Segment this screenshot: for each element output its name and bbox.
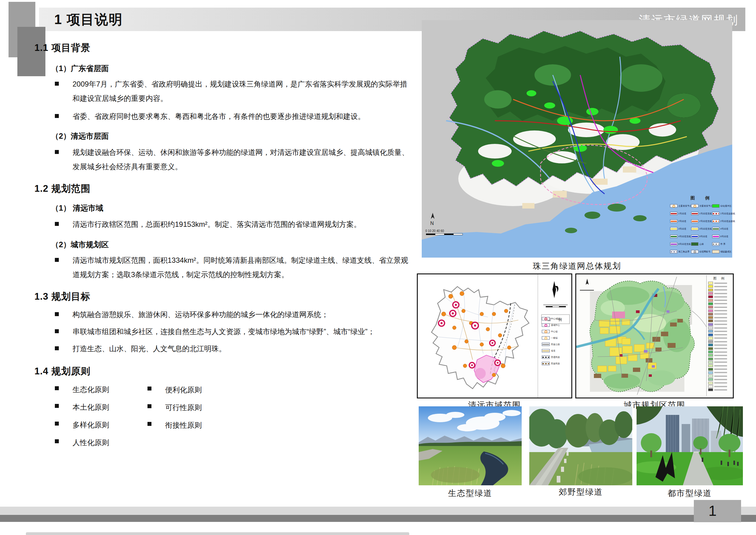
legend-text-placeholder [714,296,727,297]
bullet-s12-2: 清远市城市规划区范围，面积1334km²。同时统筹清新县南部区域。制定绿道主线、… [72,253,410,282]
landuse-legend-row [707,319,733,323]
landuse-swatch-icon [708,282,713,284]
legend-label: 县城中心 [551,324,560,326]
landuse-swatch-icon [708,333,713,336]
legend-row: 山体 [691,240,712,248]
landuse-legend-row [707,357,733,361]
legend-text-placeholder [714,303,727,304]
bullet-text: 清远市城市规划区范围，面积1334km²。同时统筹清新县南部区域。制定绿道主线、… [72,256,408,279]
footer-bar-dark [0,515,756,522]
legend-label: 1号绿道支线 [699,212,712,215]
section-1-2-title: 1.2 规划范围 [35,182,91,195]
legend-label: 6号绿道 [720,235,728,238]
legend-text-placeholder [714,337,727,339]
principle-eco: 生态化原则 [72,385,109,394]
dash-swatch-icon [542,362,550,365]
principle-human: 人性化原则 [72,438,109,447]
landuse-legend-row [707,350,733,353]
bullet-s11-1: 2009年7月，广东省委、省政府明确提出，规划建设珠三角绿道网，是广东省落实科学… [72,77,410,105]
legend-text-placeholder [714,300,727,301]
legend-row: 一般镇 [542,335,572,341]
legend-label: 次要发展节点 [699,204,713,207]
line-swatch-icon [691,219,698,223]
legend-label: 4号绿道支线 [678,235,691,238]
legend-row: 3号绿道支线 [691,225,712,233]
legend-row: 珠三角边界 [670,248,691,255]
bullet-icon [148,404,151,408]
legend-row: 6号绿道 [712,233,733,240]
legend-text-placeholder [714,307,727,308]
prd-map-caption: 珠三角绿道网总体规划 [422,261,732,271]
legend-title: 图 例 [707,276,733,281]
legend-text-placeholder [714,361,727,363]
legend-row: 4号绿道支线 [670,233,691,240]
point-swatch-icon [542,336,550,340]
landuse-legend-row [707,281,733,285]
legend-label: 山体 [699,242,704,245]
fill-swatch-icon [712,204,719,208]
landuse-legend-row [707,329,733,333]
legend-label: 市 界 [720,242,725,245]
landuse-swatch-icon [708,309,713,312]
legend-row: 中心城区 [542,316,572,322]
dash-swatch-icon [670,250,677,253]
landuse-swatch-icon [708,375,713,378]
bullet-icon [55,386,59,390]
bullet-icon [55,422,59,426]
legend-text-placeholder [714,345,727,346]
legend-column: 主要发展节点1号绿道2号绿道3号绿道4号绿道支线6号绿道支线珠三角边界 [670,202,691,255]
landuse-legend-row [707,323,733,326]
prd-map-legend: 图 例 主要发展节点1号绿道2号绿道3号绿道4号绿道支线6号绿道支线珠三角边界 … [670,195,733,256]
bullet-icon [55,312,59,316]
bullet-icon [55,150,59,154]
legend-label: 1号绿道 [678,212,686,215]
bullet-text: 2009年7月，广东省委、省政府明确提出，规划建设珠三角绿道网，是广东省落实科学… [72,80,407,102]
bullet-icon [55,329,59,333]
legend-row: 县城中心 [542,322,572,328]
bullet-s13-1: 构筑融合游憩娱乐、旅游休闲、运动环保多种功能的城乡一体化的绿道网系统； [72,307,410,322]
legend-text-placeholder [714,379,727,380]
bullet-text: 清远市行政辖区范围，总面积约19153km²。制定、落实清远市范围的省绿道网规划… [72,220,361,228]
line-swatch-icon [670,235,677,238]
landuse-legend-row [707,385,733,388]
bullet-icon [55,114,59,118]
legend-row: 市 界 [712,240,733,248]
legend-text-placeholder [714,321,727,322]
point-swatch-icon [542,324,550,327]
legend-label: 中心镇 [551,330,558,333]
landuse-legend-row [707,378,733,381]
landuse-swatch-icon [708,347,713,350]
legend-label: 2号绿道 [678,219,686,223]
landuse-legend-row [707,285,733,288]
legend-label: 珠三角边界 [678,250,689,253]
principle-text: 本土化原则 [72,403,109,411]
legend-column: 次要发展节点1号绿道支线2号绿道支线3号绿道支线5号绿道山体1绿道网标号 [691,202,712,255]
legend-row: 高速铁路 [542,360,572,367]
bottom-strip [26,532,409,535]
landuse-legend-row [707,381,733,385]
landuse-swatch-icon [708,316,713,319]
legend-row: 5号绿道 [691,233,712,240]
photo-eco-greenway [419,406,522,485]
legend-title: 图 例 [670,195,733,201]
landuse-legend-row [707,340,733,343]
legend-text-placeholder [714,365,727,366]
bullet-text: 串联城市组团和城乡社区，连接自然生态与人文资源，变城市绿地为城市“绿野”、城市“… [72,327,375,336]
principle-convenient: 便利化原则 [165,385,202,395]
landuse-swatch-icon [708,330,713,333]
bullet-icon [55,404,59,408]
bullet-icon [148,386,151,390]
legend-row: 3号绿道 [670,225,691,233]
subsection-guangdong-label: （1）广东省层面 [51,63,109,73]
photo-country-greenway [529,406,632,485]
legend-text-placeholder [714,369,727,370]
photo-urban-caption: 都市型绿道 [636,488,743,499]
landuse-swatch-icon [708,292,713,295]
legend-label: 4号绿道 [720,227,728,230]
legend-label: 1号绿道连接线 [720,212,735,215]
point-swatch-icon [542,317,550,321]
legend-row: 省道 [542,348,572,354]
subsection-qingyuan-label: （2）清远市层面 [51,131,109,141]
fill-swatch-icon [712,250,719,253]
bullet-icon [148,422,151,426]
